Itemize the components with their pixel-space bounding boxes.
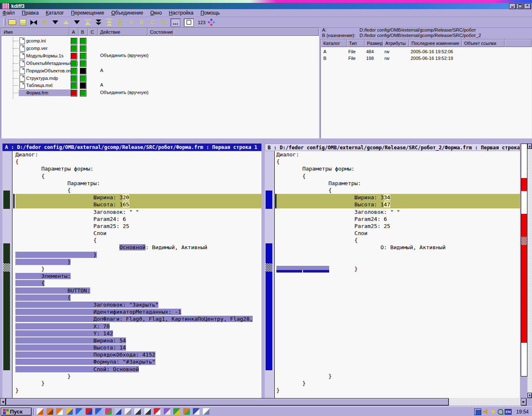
color-wheel-icon[interactable] bbox=[105, 408, 112, 415]
diff-overview-column[interactable] bbox=[521, 144, 527, 376]
blue-document-icon[interactable] bbox=[193, 408, 200, 415]
choose-c-button[interactable]: C bbox=[148, 18, 158, 27]
first-conflict-icon[interactable] bbox=[104, 18, 114, 27]
opera-browser-icon[interactable] bbox=[56, 408, 63, 415]
column-header-filler[interactable] bbox=[173, 28, 319, 36]
hscroll-left-arrow[interactable]: ◀ bbox=[0, 398, 6, 406]
info-row-A[interactable]: AFile484rw2005-06-16 19:52:06 bbox=[321, 48, 532, 55]
menu-item-Помощь[interactable]: Помощь bbox=[200, 10, 219, 16]
column-header-С[interactable]: С bbox=[88, 28, 98, 36]
fish-app-icon[interactable] bbox=[66, 408, 73, 415]
flash-icon[interactable] bbox=[490, 409, 496, 415]
notes-app-icon[interactable] bbox=[37, 408, 43, 415]
volume-icon[interactable] bbox=[483, 409, 489, 415]
file-row-gcomp.ver[interactable]: gcomp.ver bbox=[1, 45, 319, 52]
save-icon[interactable] bbox=[18, 18, 28, 27]
file-name[interactable]: Структура.mdp bbox=[19, 75, 60, 82]
column-header-В[interactable]: В bbox=[79, 28, 88, 36]
dev-tool-2-icon[interactable] bbox=[144, 408, 151, 415]
column-header-Атрибуты[interactable]: Атрибуты bbox=[383, 40, 409, 47]
keys-icon[interactable] bbox=[498, 409, 503, 415]
pane-b-text[interactable]: Диалог:{ Параметры формы: { Параметры: {… bbox=[275, 151, 520, 398]
file-name[interactable]: Форма.frm bbox=[19, 89, 72, 96]
file-name[interactable]: Таблица.mxl bbox=[19, 82, 54, 89]
column-header-Размер[interactable]: Размер bbox=[365, 40, 383, 47]
file-row-ПорядокОбъектов.ord[interactable]: ПорядокОбъектов.ordА bbox=[1, 67, 319, 74]
maximize-button[interactable] bbox=[517, 3, 523, 9]
file-row-ОбъектыМетаданных.txt[interactable]: ОбъектыМетаданных.txt bbox=[1, 59, 319, 67]
menu-item-Каталог[interactable]: Каталог bbox=[46, 10, 64, 16]
mail-app-icon[interactable] bbox=[86, 408, 92, 415]
file-row-Таблица.mxl[interactable]: Таблица.mxlА bbox=[1, 82, 319, 89]
menu-item-Настройка[interactable]: Настройка bbox=[169, 10, 193, 16]
file-row-МодульФормы.1s[interactable]: МодульФормы.1sОбъединить (вручную) bbox=[1, 52, 319, 59]
grid-app-icon[interactable] bbox=[173, 408, 180, 415]
show-whitespace-chars-toggle[interactable] bbox=[182, 18, 195, 27]
vscroll-track[interactable] bbox=[527, 149, 532, 393]
column-header-Объект ссылки[interactable]: Объект ссылки bbox=[462, 40, 505, 47]
red-burst-icon[interactable] bbox=[154, 408, 160, 415]
settings-flower-icon[interactable] bbox=[208, 19, 215, 26]
language-indicator[interactable]: EN bbox=[505, 409, 512, 415]
next-delta-icon[interactable] bbox=[50, 18, 60, 27]
file-manager-icon[interactable] bbox=[95, 408, 102, 415]
show-desktop-icon[interactable] bbox=[115, 408, 121, 415]
pane-a-title[interactable]: A : D:/fedor config/OMB/external/gcomp/R… bbox=[2, 144, 261, 151]
paint-app-icon[interactable] bbox=[47, 408, 53, 415]
choose-a-button[interactable]: A bbox=[126, 18, 136, 27]
next-conflict-icon[interactable] bbox=[72, 18, 82, 27]
minimize-button[interactable] bbox=[509, 3, 516, 9]
titlebar[interactable]: kdiff3 × bbox=[0, 3, 532, 9]
taskbar-clock[interactable]: 19:54 bbox=[516, 409, 529, 415]
menu-item-Окно[interactable]: Окно bbox=[150, 10, 162, 16]
column-header-А[interactable]: А bbox=[69, 28, 79, 36]
column-header-Каталог[interactable]: Каталог bbox=[321, 40, 347, 47]
menu-item-Перемещение[interactable]: Перемещение bbox=[71, 10, 104, 16]
file-row-gcomp.ini[interactable]: gcomp.ini bbox=[1, 37, 319, 45]
internet-browser-icon[interactable] bbox=[76, 408, 82, 415]
prev-conflict-icon[interactable] bbox=[83, 18, 93, 27]
menu-item-Объединение[interactable]: Объединение bbox=[111, 10, 143, 16]
file-name[interactable]: gcomp.ini bbox=[19, 37, 47, 44]
clipboard-icon[interactable] bbox=[125, 408, 131, 415]
show-line-numbers-toggle[interactable]: 123 bbox=[198, 20, 205, 25]
pane-b-title[interactable]: B : D:/fedor config/OMB/external/gcomp/R… bbox=[265, 144, 520, 151]
network-icon[interactable] bbox=[474, 409, 481, 415]
file-name[interactable]: МодульФормы.1s bbox=[19, 52, 65, 59]
column-header-Действие[interactable]: Действие bbox=[98, 28, 148, 36]
info-row-B[interactable]: BFile198rw2005-06-16 19:52:19 bbox=[321, 55, 532, 62]
show-whitespace-toggle[interactable]: ... bbox=[169, 18, 182, 27]
reload-icon[interactable] bbox=[29, 18, 39, 27]
goto-current-delta-icon[interactable] bbox=[39, 18, 49, 27]
hscroll-thumb[interactable] bbox=[6, 398, 449, 406]
start-button[interactable]: Пуск bbox=[1, 408, 32, 416]
close-button[interactable]: × bbox=[524, 3, 531, 9]
toolbar-handle[interactable] bbox=[3, 18, 5, 26]
dev-tool-1-icon[interactable] bbox=[134, 408, 141, 415]
auto-solve-button[interactable]: auto bbox=[158, 18, 168, 27]
column-header-Последнее изменение[interactable]: Последнее изменение bbox=[409, 40, 462, 47]
choose-b-button[interactable]: B bbox=[137, 18, 147, 27]
menu-item-Файл[interactable]: Файл bbox=[2, 10, 15, 16]
menu-item-Правка[interactable]: Правка bbox=[22, 10, 39, 16]
vscroll-down-arrow[interactable]: ▼ bbox=[527, 393, 532, 398]
column-header-Тип[interactable]: Тип bbox=[347, 40, 365, 47]
coins-app-icon[interactable] bbox=[183, 408, 190, 415]
notepad-icon[interactable] bbox=[203, 408, 209, 415]
column-header-Имя[interactable]: Имя bbox=[1, 28, 69, 36]
column-header-Состояние[interactable]: Состояние bbox=[148, 28, 173, 36]
last-conflict-icon[interactable] bbox=[115, 18, 125, 27]
file-name[interactable]: ПорядокОбъектов.ord bbox=[19, 67, 74, 74]
brushes-icon[interactable] bbox=[164, 408, 170, 415]
vscroll-up-arrow[interactable]: ▲ bbox=[527, 144, 532, 149]
hscroll-right-arrow[interactable]: ▶ bbox=[521, 398, 527, 406]
file-name[interactable]: gcomp.ver bbox=[19, 45, 49, 52]
open-icon[interactable] bbox=[7, 18, 17, 27]
pane-a-text[interactable]: Диалог:{ Параметры формы: { Параметры: {… bbox=[12, 151, 261, 398]
prev-delta-icon[interactable] bbox=[61, 18, 71, 27]
file-row-Форма.frm[interactable]: Форма.frmОбъединить (вручную) bbox=[1, 89, 319, 97]
last-delta-icon[interactable] bbox=[94, 18, 103, 27]
column-header-filler[interactable] bbox=[505, 40, 532, 47]
hscroll-track[interactable] bbox=[449, 398, 521, 406]
file-row-Структура.mdp[interactable]: Структура.mdp bbox=[1, 74, 319, 82]
